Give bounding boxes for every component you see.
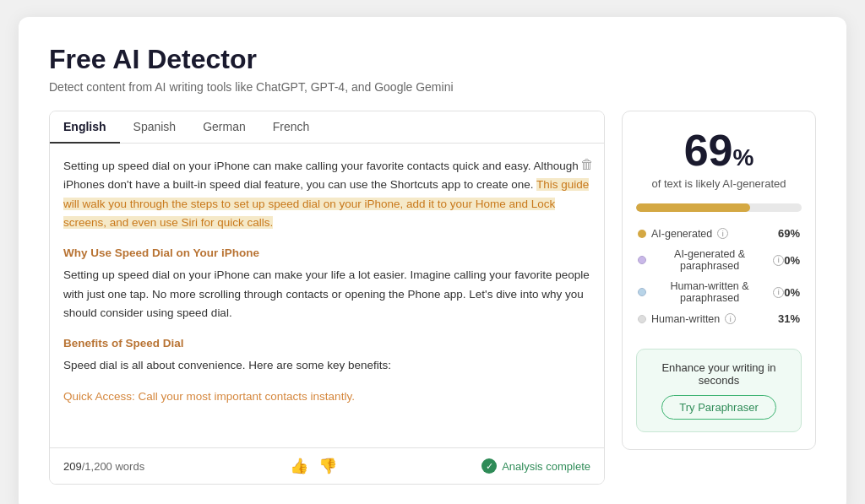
page-title: Free AI Detector: [49, 44, 816, 75]
dot-ai-paraphrased: [638, 256, 646, 264]
metric-row-ai-generated: AI-generated i 69%: [638, 227, 800, 240]
info-icon-human-paraphrased[interactable]: i: [773, 287, 784, 298]
text-paragraph-4: Quick Access: Call your most important c…: [63, 387, 590, 406]
analysis-status: ✓ Analysis complete: [481, 458, 590, 474]
main-container: Free AI Detector Detect content from AI …: [19, 17, 846, 504]
metrics-table: AI-generated i 69% AI-generated & paraph…: [636, 225, 802, 335]
metric-value-ai-generated: 69%: [778, 227, 800, 240]
progress-bar-fill: [636, 203, 750, 212]
tabs-bar: English Spanish German French: [50, 111, 604, 144]
feedback-icons: 👍 👎: [290, 457, 337, 475]
enhance-card: Enhance your writing in seconds Try Para…: [636, 349, 802, 432]
text-paragraph-1: Setting up speed dial on your iPhone can…: [63, 157, 590, 232]
left-panel: English Spanish German French 🗑 Setting …: [49, 111, 605, 485]
metric-value-ai-paraphrased: 0%: [784, 254, 800, 267]
metric-label-ai-paraphrased: AI-generated & paraphrased: [651, 248, 768, 272]
score-display: 69%: [636, 128, 802, 172]
metric-value-human-paraphrased: 0%: [784, 286, 800, 299]
section-title-1: Why Use Speed Dial on Your iPhone: [63, 244, 590, 263]
metric-label-human-written: Human-written: [651, 313, 720, 325]
enhance-title: Enhance your writing in seconds: [650, 361, 787, 387]
info-icon-ai-generated[interactable]: i: [717, 228, 728, 239]
dot-ai-generated: [638, 230, 646, 238]
metric-value-human-written: 31%: [778, 312, 800, 325]
score-value: 69: [684, 126, 733, 175]
dot-human-written: [638, 315, 646, 323]
word-count: 209/1,200 words: [63, 460, 144, 473]
thumbs-down-icon[interactable]: 👎: [318, 457, 337, 475]
tab-spanish[interactable]: Spanish: [120, 111, 190, 144]
metric-row-ai-paraphrased: AI-generated & paraphrased i 0%: [638, 248, 800, 272]
progress-bar-bg: [636, 203, 802, 212]
tab-french[interactable]: French: [259, 111, 324, 144]
thumbs-up-icon[interactable]: 👍: [290, 457, 308, 475]
right-panel: 69% of text is likely AI-generated AI-ge…: [622, 111, 816, 450]
tab-english[interactable]: English: [50, 111, 120, 144]
metric-row-human-paraphrased: Human-written & paraphrased i 0%: [638, 280, 800, 304]
dot-human-paraphrased: [638, 288, 646, 296]
bottom-bar: 209/1,200 words 👍 👎 ✓ Analysis complete: [50, 447, 604, 484]
try-paraphraser-button[interactable]: Try Paraphraser: [661, 395, 775, 420]
highlighted-text: This guide will walk you through the ste…: [63, 178, 589, 229]
info-icon-ai-paraphrased[interactable]: i: [773, 255, 784, 266]
score-label: of text is likely AI-generated: [636, 177, 802, 190]
score-suffix: %: [732, 144, 753, 171]
check-icon: ✓: [481, 458, 497, 474]
text-paragraph-2: Why Use Speed Dial on Your iPhone Settin…: [63, 244, 590, 322]
section-title-2: Benefits of Speed Dial: [63, 334, 590, 353]
info-icon-human-written[interactable]: i: [725, 313, 736, 324]
metric-label-human-paraphrased: Human-written & paraphrased: [651, 280, 768, 304]
main-layout: English Spanish German French 🗑 Setting …: [49, 111, 816, 485]
page-subtitle: Detect content from AI writing tools lik…: [49, 80, 816, 94]
trash-icon[interactable]: 🗑: [580, 154, 594, 176]
score-card: 69% of text is likely AI-generated AI-ge…: [622, 111, 816, 450]
tab-german[interactable]: German: [189, 111, 259, 144]
text-content-area: 🗑 Setting up speed dial on your iPhone c…: [50, 144, 604, 447]
analysis-status-label: Analysis complete: [502, 460, 590, 473]
metric-label-ai-generated: AI-generated: [651, 228, 712, 240]
word-count-current: 209: [63, 460, 82, 473]
quick-access-text: Quick Access: Call your most important c…: [63, 390, 355, 403]
text-paragraph-3: Benefits of Speed Dial Speed dial is all…: [63, 334, 590, 376]
metric-row-human-written: Human-written i 31%: [638, 312, 800, 325]
